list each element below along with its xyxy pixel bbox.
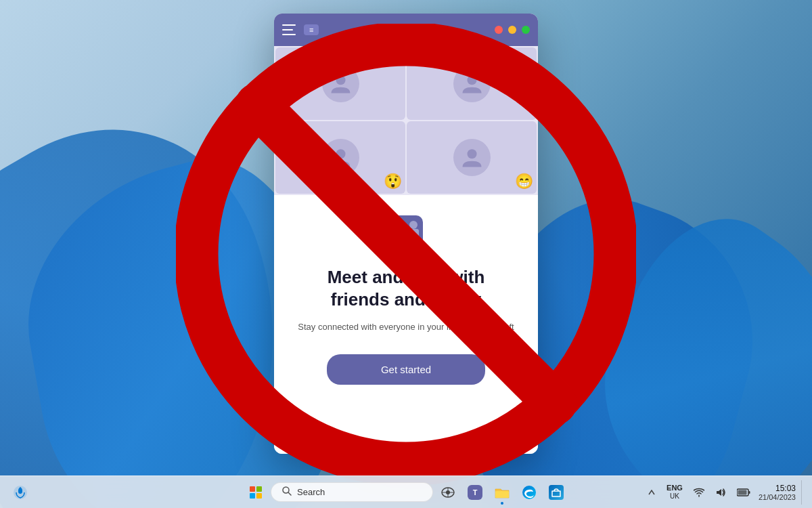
win-logo-pane-2 (256, 486, 262, 492)
windows-logo (250, 486, 262, 499)
wifi-icon[interactable] (691, 480, 707, 505)
svg-rect-7 (408, 229, 419, 238)
teams-promo-content: T Meet and chat with friends and family … (274, 195, 538, 454)
svg-point-0 (336, 75, 345, 85)
volume-icon[interactable] (713, 480, 729, 505)
win-logo-pane-1 (250, 486, 255, 492)
emoji-surprised: 😲 (384, 173, 402, 190)
taskbar-center-section: Search T (244, 480, 568, 505)
win-logo-pane-4 (256, 493, 262, 499)
teams-logo: T (389, 215, 423, 256)
language-region: UK (667, 492, 683, 501)
show-desktop-button[interactable] (801, 480, 804, 505)
svg-rect-19 (549, 485, 564, 500)
clock-date: 21/04/2023 (759, 493, 796, 501)
show-hidden-icons-button[interactable] (645, 486, 658, 499)
svg-point-2 (336, 149, 345, 158)
teams-tagline-text: Meet and chat with friends and family (298, 266, 514, 310)
video-cell-1 (275, 47, 405, 120)
teams-window-controls (495, 26, 530, 34)
teams-menu-icon (282, 24, 298, 35)
win-logo-pane-3 (250, 493, 255, 499)
svg-rect-17 (495, 491, 509, 498)
teams-get-started-button[interactable]: Get started (327, 354, 485, 385)
avatar-2 (453, 65, 491, 102)
taskbar-right-section: ENG UK (645, 480, 804, 505)
video-cell-3: 😲 (275, 121, 405, 194)
avatar-3 (322, 139, 359, 176)
language-code: ENG (667, 484, 683, 492)
cortana-button[interactable] (8, 480, 32, 505)
taskbar-search-bar[interactable]: Search (271, 482, 433, 502)
start-button[interactable] (244, 480, 268, 505)
svg-rect-21 (748, 491, 750, 494)
search-placeholder-text: Search (297, 487, 325, 497)
battery-icon[interactable] (734, 480, 753, 505)
clock-time: 15:03 (759, 484, 796, 493)
taskbar-file-explorer-icon[interactable] (490, 480, 514, 505)
system-clock[interactable]: 15:03 21/04/2023 (759, 484, 796, 501)
avatar-1 (322, 65, 359, 102)
svg-point-1 (467, 75, 476, 85)
search-icon (282, 486, 292, 498)
teams-description-text: Stay connected with everyone in your lif… (298, 320, 514, 334)
teams-header-menu-item: ≡ (304, 24, 319, 35)
emoji-happy: 😁 (515, 173, 533, 190)
taskbar: Search T (0, 475, 812, 508)
avatar-4 (453, 139, 491, 176)
language-indicator[interactable]: ENG UK (664, 482, 685, 502)
teams-taskbar-badge: T (468, 485, 482, 500)
teams-close-btn[interactable] (495, 26, 503, 34)
desktop: ≡ 😲 (0, 0, 812, 508)
teams-window-titlebar: ≡ (274, 14, 538, 46)
teams-minimize-btn[interactable] (508, 26, 516, 34)
taskbar-left-section (8, 480, 32, 505)
taskbar-game-bar-icon[interactable] (436, 480, 460, 505)
taskbar-teams-icon[interactable]: T (463, 480, 487, 505)
teams-video-grid: 😲 😁 (274, 46, 538, 195)
svg-point-3 (467, 149, 476, 158)
svg-point-6 (409, 221, 418, 229)
taskbar-store-icon[interactable] (544, 480, 568, 505)
svg-line-12 (288, 492, 291, 495)
svg-rect-22 (738, 490, 746, 494)
video-cell-4: 😁 (407, 121, 537, 194)
teams-popup-window: ≡ 😲 (274, 14, 538, 454)
teams-maximize-btn[interactable] (522, 26, 530, 34)
video-cell-2 (407, 47, 537, 120)
taskbar-edge-icon[interactable] (517, 480, 541, 505)
